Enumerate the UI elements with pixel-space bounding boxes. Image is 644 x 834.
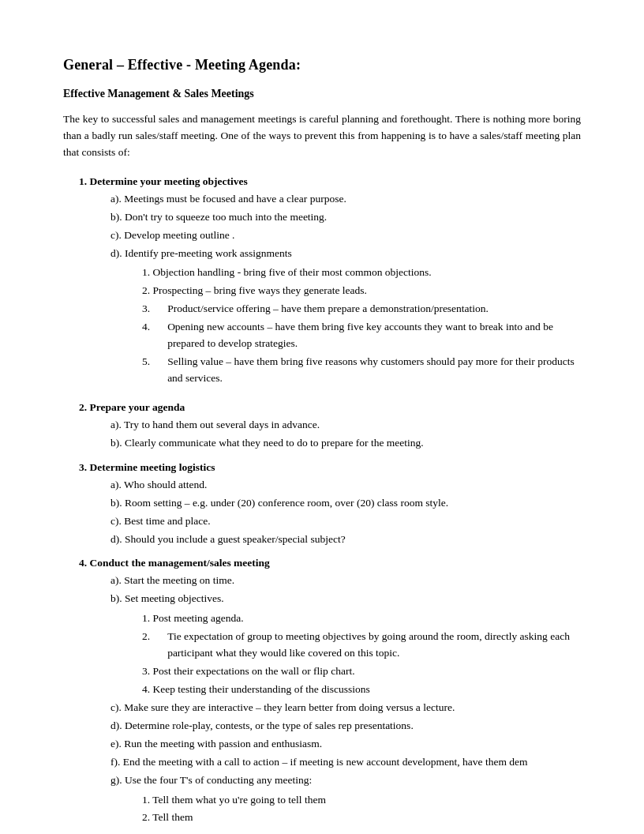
section-4-item-b: Set meeting objectives. Post meeting age… [110, 591, 581, 698]
section-3-header: Determine meeting logistics [79, 461, 581, 474]
section-4-b-sub-3: Post their expectations on the wall or f… [142, 663, 581, 680]
section-1: Determine your meeting objectives Meetin… [79, 175, 581, 387]
intro-paragraph: The key to successful sales and manageme… [63, 111, 581, 161]
section-1-sublist: Objection handling - bring five of their… [110, 265, 581, 386]
section-4-item-a: Start the meeting on time. [110, 573, 581, 589]
section-1-item-a: Meetings must be focused and have a clea… [110, 191, 581, 208]
section-3-item-c: Best time and place. [110, 513, 581, 530]
section-1-sub-1: Objection handling - bring five of their… [142, 265, 581, 281]
section-1-sub-3: Product/service offering – have them pre… [142, 301, 581, 317]
main-sections-list: Determine your meeting objectives Meetin… [63, 175, 581, 827]
section-2-item-b: Clearly communicate what they need to do… [110, 435, 581, 452]
section-3-item-a: Who should attend. [110, 477, 581, 494]
section-4: Conduct the management/sales meeting Sta… [79, 557, 581, 826]
section-4-sublist-g: Tell them what yo u're going to tell the… [110, 792, 581, 827]
section-1-item-d: Identify pre-meeting work assignments Ob… [110, 246, 581, 387]
section-4-b-sub-2: Tie expectation of group to meeting obje… [142, 629, 581, 662]
section-1-header: Determine your meeting objectives [79, 175, 581, 188]
section-4-b-sub-1: Post meeting agenda. [142, 610, 581, 627]
section-1-item-c: Develop meeting outline . [110, 227, 581, 244]
section-4-item-c: Make sure they are interactive – they le… [110, 700, 581, 716]
section-4-header: Conduct the management/sales meeting [79, 557, 581, 569]
section-3-item-b: Room setting – e.g. under (20) conferenc… [110, 495, 581, 512]
section-4-alpha-list: Start the meeting on time. Set meeting o… [79, 573, 581, 826]
section-1-item-b: Don't try to squeeze too much into the m… [110, 209, 581, 226]
section-4-item-f: End the meeting with a call to action – … [110, 754, 581, 771]
section-1-sub-4: Opening new accounts – have them bring f… [142, 319, 581, 352]
section-2-alpha-list: Try to hand them out several days in adv… [79, 417, 581, 452]
section-2-item-a: Try to hand them out several days in adv… [110, 417, 581, 434]
subtitle: Effective Management & Sales Meetings [63, 88, 581, 100]
section-4-item-e: Run the meeting with passion and enthusi… [110, 736, 581, 753]
section-1-sub-2: Prospecting – bring five ways they gener… [142, 283, 581, 299]
section-4-item-d: Determine role-play, contests, or the ty… [110, 718, 581, 734]
section-1-alpha-list: Meetings must be focused and have a clea… [79, 191, 581, 387]
section-4-g-sub-1: Tell them what yo u're going to tell the… [142, 792, 581, 809]
section-4-g-sub-2: Tell them [142, 810, 581, 826]
section-2-header: Prepare your agenda [79, 401, 581, 414]
main-title: General – Effective - Meeting Agenda: [63, 57, 581, 73]
section-4-item-g: Use the four T's of conducting any meeti… [110, 772, 581, 827]
section-2: Prepare your agenda Try to hand them out… [79, 401, 581, 452]
section-4-b-sub-4: Keep testing their understanding of the … [142, 682, 581, 698]
section-3: Determine meeting logistics Who should a… [79, 461, 581, 548]
section-3-alpha-list: Who should attend. Room setting – e.g. u… [79, 477, 581, 548]
section-4-sublist-b: Post meeting agenda. Tie expectation of … [110, 610, 581, 698]
section-3-item-d: Should you include a guest speaker/speci… [110, 532, 581, 548]
section-1-sub-5: Selling value – have them bring five rea… [142, 354, 581, 387]
